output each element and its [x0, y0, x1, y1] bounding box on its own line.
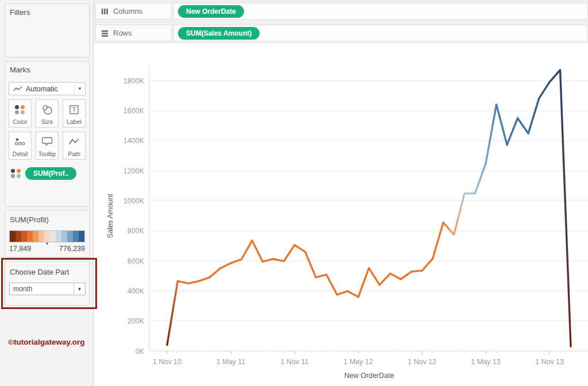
watermark: ©tutorialgateway.org: [8, 338, 92, 346]
detail-button-label: Detail: [13, 151, 28, 157]
columns-icon: [101, 8, 109, 15]
left-sidebar: Filters Marks Automatic ▼ Color: [0, 0, 94, 386]
tooltip-button-label: Tooltip: [38, 151, 56, 157]
filters-shelf[interactable]: Filters: [5, 3, 90, 57]
tooltip-icon: [36, 132, 58, 151]
detail-button[interactable]: Detail: [9, 132, 32, 160]
legend-max-value: 776,239: [59, 245, 85, 253]
x-axis-title: New OrderDate: [283, 372, 455, 380]
sales-line-chart[interactable]: 0K200K400K600K800K1000K1200K1400K1600K18…: [94, 44, 588, 386]
svg-text:0K: 0K: [136, 348, 145, 356]
marks-card: Marks Automatic ▼ Color: [5, 61, 90, 207]
svg-text:1 Nov 11: 1 Nov 11: [280, 358, 308, 366]
rows-pill[interactable]: SUM(Sales Amount): [178, 27, 260, 40]
columns-pill[interactable]: New OrderDate: [178, 5, 244, 18]
profit-pill[interactable]: SUM(Prof..: [25, 167, 76, 180]
color-encoding-icon: [11, 169, 21, 178]
svg-text:1200K: 1200K: [123, 167, 145, 175]
svg-text:1 May 13: 1 May 13: [471, 358, 500, 366]
shelf-area: Columns New OrderDate Rows SUM(Sales Amo…: [94, 0, 588, 44]
label-icon: T: [63, 100, 85, 119]
legend-title: SUM(Profit): [10, 215, 49, 224]
legend-min-value: 17,849: [9, 245, 31, 253]
svg-text:1 May 12: 1 May 12: [343, 358, 373, 366]
svg-text:1 Nov 10: 1 Nov 10: [153, 358, 181, 366]
columns-shelf[interactable]: New OrderDate: [173, 3, 588, 20]
size-button[interactable]: Size: [36, 99, 59, 128]
svg-text:T: T: [72, 107, 76, 113]
color-icon: [9, 100, 31, 119]
path-button[interactable]: Path: [63, 132, 86, 160]
mark-type-dropdown[interactable]: Automatic ▼: [9, 82, 86, 95]
svg-text:600K: 600K: [127, 257, 145, 265]
filters-title: Filters: [10, 8, 30, 17]
label-button[interactable]: T Label: [63, 99, 86, 128]
profit-legend-card: SUM(Profit) 17,849 776,239: [5, 210, 90, 257]
chevron-down-icon[interactable]: ▼: [75, 86, 85, 91]
color-button[interactable]: Color: [9, 99, 32, 128]
svg-text:800K: 800K: [127, 227, 145, 235]
red-highlight-annotation: [1, 258, 97, 309]
rows-shelf[interactable]: SUM(Sales Amount): [173, 25, 588, 41]
detail-icon: [9, 132, 31, 151]
y-axis-title: Sales Amount: [106, 130, 114, 302]
marks-title: Marks: [10, 65, 30, 74]
rows-icon: [101, 30, 109, 37]
svg-text:1 May 11: 1 May 11: [216, 358, 246, 366]
label-button-label: Label: [67, 119, 82, 125]
legend-values: 17,849 776,239: [9, 245, 85, 253]
svg-text:1000K: 1000K: [123, 197, 145, 205]
size-icon: [36, 100, 58, 119]
svg-text:1 Nov 12: 1 Nov 12: [408, 358, 436, 366]
profit-color-gradient[interactable]: [9, 230, 85, 242]
mark-type-value: Automatic: [26, 85, 74, 93]
marks-buttons: Color Size T Label: [9, 99, 87, 160]
rows-shelf-label-box: Rows: [95, 25, 172, 41]
color-encoding-row: SUM(Prof..: [11, 167, 76, 180]
svg-text:1 Nov 13: 1 Nov 13: [535, 358, 564, 366]
size-button-label: Size: [41, 119, 53, 125]
path-button-label: Path: [68, 151, 80, 157]
svg-text:200K: 200K: [127, 317, 145, 325]
color-button-label: Color: [13, 119, 27, 125]
svg-text:1600K: 1600K: [123, 107, 145, 115]
columns-shelf-label: Columns: [113, 7, 142, 16]
path-icon: [63, 132, 85, 151]
svg-text:1400K: 1400K: [123, 137, 145, 145]
line-mark-icon: [13, 86, 22, 92]
tooltip-button[interactable]: Tooltip: [36, 132, 59, 160]
worksheet-view: 0K200K400K600K800K1000K1200K1400K1600K18…: [94, 44, 588, 386]
svg-text:400K: 400K: [127, 287, 145, 295]
rows-shelf-label: Rows: [113, 29, 132, 37]
columns-shelf-label-box: Columns: [95, 3, 172, 20]
svg-text:1800K: 1800K: [123, 77, 145, 85]
